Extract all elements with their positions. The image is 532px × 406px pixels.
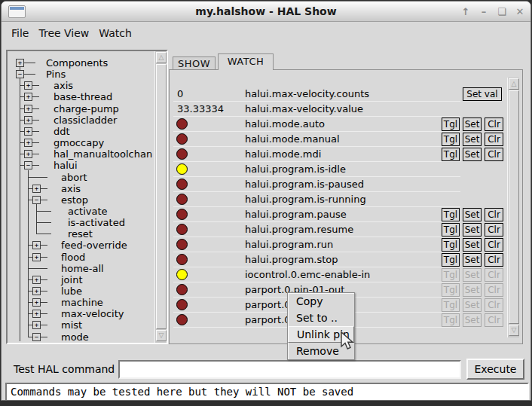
maximize-button[interactable]: ❏	[496, 6, 508, 17]
set-button[interactable]: Set	[463, 118, 482, 131]
menu-watch[interactable]: Watch	[99, 27, 132, 39]
tree-scrollbar-thumb[interactable]	[156, 64, 167, 329]
expand-icon[interactable]: +	[24, 127, 32, 136]
expand-icon[interactable]: +	[24, 93, 32, 101]
tree-item-abort[interactable]: abort	[8, 172, 153, 183]
tree-item-label: lube	[61, 286, 82, 297]
collapse-icon[interactable]: −	[16, 70, 24, 78]
clr-button: Clr	[485, 313, 503, 327]
set-button[interactable]: Set	[463, 238, 482, 252]
tgl-button[interactable]: Tgl	[442, 133, 460, 146]
tree-item-joint[interactable]: +joint	[8, 274, 153, 285]
collapse-icon[interactable]: −	[32, 333, 41, 341]
tree-item-axis[interactable]: +axis	[8, 80, 153, 91]
tree-item-flood[interactable]: +flood	[8, 252, 153, 263]
tree-item-hal_manualtoolchan[interactable]: +hal_manualtoolchan	[8, 148, 153, 160]
expand-icon[interactable]: +	[32, 287, 41, 295]
expand-icon[interactable]: +	[32, 310, 41, 318]
expand-icon[interactable]: +	[24, 81, 32, 90]
hal-command-input[interactable]	[118, 360, 461, 379]
tree-item-charge-pump[interactable]: +charge-pump	[8, 103, 153, 114]
tab-show[interactable]: SHOW	[173, 56, 216, 70]
clr-button[interactable]: Clr	[485, 223, 503, 237]
clr-button[interactable]: Clr	[485, 118, 503, 131]
pin-tree[interactable]: +Components−Pins+axis+base-thread+charge…	[8, 51, 153, 343]
pin-name: halui.mode.mdi	[245, 147, 321, 162]
expand-icon[interactable]: +	[24, 139, 32, 147]
tree-item-home-all[interactable]: home-all	[8, 263, 153, 274]
pin-value: 33.33334	[177, 102, 224, 117]
tree-item-activate[interactable]: activate	[8, 206, 153, 217]
expand-icon[interactable]: +	[32, 241, 41, 249]
clr-button[interactable]: Clr	[485, 148, 503, 161]
tree-item-max-velocity[interactable]: +max-velocity	[8, 308, 153, 319]
tree-item-mist[interactable]: +mist	[8, 319, 153, 331]
tree-scrollbar[interactable]: △ ▽	[154, 51, 167, 343]
tree-item-lube[interactable]: +lube	[8, 285, 153, 297]
execute-button[interactable]: Execute	[466, 359, 524, 380]
menu-tree-view[interactable]: Tree View	[38, 27, 89, 39]
tree-item-feed-override[interactable]: +feed-override	[8, 240, 153, 251]
tab-watch[interactable]: WATCH	[218, 53, 274, 70]
expand-icon[interactable]: +	[16, 59, 24, 67]
tree-item-reset[interactable]: reset	[8, 228, 153, 240]
tgl-button[interactable]: Tgl	[442, 118, 460, 131]
tree-item-base-thread[interactable]: +base-thread	[8, 91, 153, 102]
expand-icon[interactable]: +	[24, 116, 32, 124]
clr-button[interactable]: Clr	[485, 253, 503, 267]
tgl-button[interactable]: Tgl	[442, 238, 460, 252]
tree-item-classicladder[interactable]: +classicladder	[8, 114, 153, 126]
tree-item-estop[interactable]: −estop	[8, 194, 153, 206]
led-indicator-red	[176, 133, 188, 145]
expand-icon[interactable]: +	[32, 185, 41, 193]
tree-item-is-activated[interactable]: is-activated	[8, 217, 153, 228]
scroll-down-icon[interactable]: ▽	[156, 330, 167, 341]
clr-button[interactable]: Clr	[485, 208, 503, 221]
tree-item-label: home-all	[61, 264, 104, 274]
tree-item-gmoccapy[interactable]: +gmoccapy	[8, 137, 153, 148]
scroll-down-icon[interactable]: ▽	[509, 325, 519, 336]
tgl-button[interactable]: Tgl	[442, 148, 460, 161]
context-menu-item-set-to[interactable]: Set to ..	[288, 310, 354, 326]
expand-icon[interactable]: +	[32, 298, 41, 307]
tree-item-axis[interactable]: +axis	[8, 183, 153, 194]
close-button[interactable]: ✕	[514, 6, 526, 17]
pin-name: halui.program.is-running	[245, 192, 366, 207]
clr-button[interactable]: Clr	[485, 238, 503, 252]
watch-scrollbar-thumb[interactable]	[509, 90, 519, 324]
expand-icon[interactable]: +	[32, 276, 41, 284]
scroll-up-icon[interactable]: △	[509, 78, 519, 90]
expand-icon[interactable]: +	[24, 150, 32, 158]
scroll-up-icon[interactable]: △	[156, 52, 167, 63]
tgl-button[interactable]: Tgl	[442, 253, 460, 267]
watch-scrollbar[interactable]: △ ▽	[507, 78, 519, 337]
led-indicator-red	[176, 284, 188, 295]
set-button[interactable]: Set	[463, 208, 482, 221]
expand-icon[interactable]: +	[32, 321, 41, 329]
shade-button[interactable]: ↑	[460, 6, 472, 17]
collapse-icon[interactable]: −	[24, 161, 32, 169]
menu-file[interactable]: File	[11, 27, 29, 39]
tree-item-label: Components	[46, 58, 108, 69]
context-menu-item-copy[interactable]: Copy	[288, 293, 354, 310]
collapse-icon[interactable]: −	[32, 196, 41, 204]
expand-icon[interactable]: +	[32, 253, 41, 261]
set-button[interactable]: Set	[463, 253, 482, 267]
set-button[interactable]: Set	[463, 148, 482, 161]
minimize-button[interactable]: –	[478, 6, 490, 17]
set-val-button[interactable]: Set val	[463, 87, 502, 101]
tree-item-ddt[interactable]: +ddt	[8, 126, 153, 137]
tree-item-label: is-activated	[68, 218, 125, 228]
tree-item-mode[interactable]: −mode	[8, 331, 153, 343]
tree-item-halui[interactable]: −halui	[8, 160, 153, 171]
clr-button[interactable]: Clr	[485, 133, 503, 146]
tgl-button[interactable]: Tgl	[442, 223, 460, 237]
tree-item-components[interactable]: +Components	[8, 57, 153, 69]
set-button[interactable]: Set	[463, 133, 482, 146]
tgl-button[interactable]: Tgl	[442, 208, 460, 221]
expand-icon[interactable]: +	[24, 105, 32, 113]
set-button[interactable]: Set	[463, 223, 482, 237]
tree-item-pins[interactable]: −Pins	[8, 69, 153, 80]
titlebar[interactable]: my.halshow - HAL Show ↑–❏✕	[2, 2, 530, 22]
tree-item-machine[interactable]: +machine	[8, 297, 153, 308]
